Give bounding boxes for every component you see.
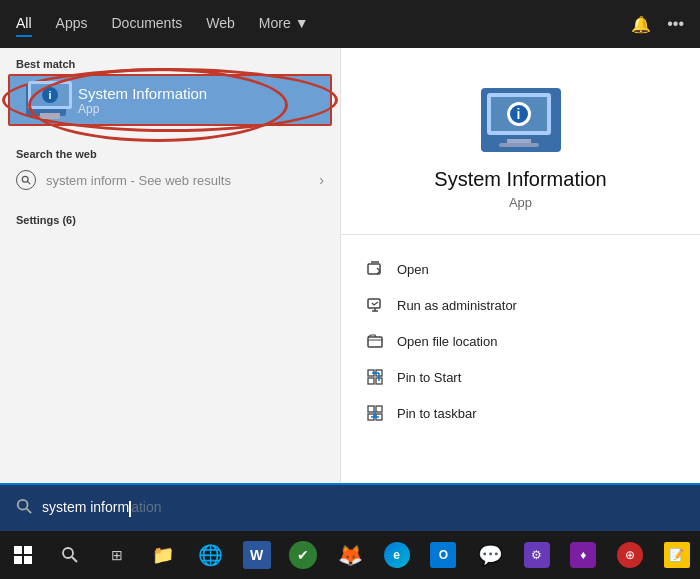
settings-section: Settings (6) [0,204,340,230]
main-content: Best match i System Information App [0,48,700,531]
svg-point-17 [18,500,28,510]
info-icon: i [42,87,58,103]
nav-item-more[interactable]: More ▼ [259,11,309,37]
app4-icon[interactable]: ♦ [560,531,607,579]
app5-icon[interactable]: ⊕ [607,531,654,579]
svg-line-24 [72,557,77,562]
action-list: Open Run as administrator [341,251,700,431]
edge-icon[interactable]: e [373,531,420,579]
file-explorer-button[interactable]: 📁 [140,531,187,579]
start-menu: All Apps Documents Web More ▼ 🔔 ••• Best… [0,0,700,531]
best-match-item[interactable]: i System Information App [8,74,332,126]
open-file-location-icon [365,331,385,351]
sticky-notes-icon[interactable]: 📝 [653,531,700,579]
task-view-button[interactable]: ⊞ [93,531,140,579]
nav-item-web[interactable]: Web [206,11,235,37]
search-button[interactable] [47,531,94,579]
divider [341,234,700,235]
monitor-stand [40,113,60,119]
search-web-label: Search the web [0,138,340,164]
svg-line-1 [28,182,31,185]
right-panel: i System Information App [340,48,700,531]
app2-icon[interactable]: ✔ [280,531,327,579]
feedback-icon[interactable]: 🔔 [631,15,651,34]
best-match-name: System Information [78,85,207,102]
run-as-admin-icon [365,295,385,315]
nav-item-documents[interactable]: Documents [111,11,182,37]
action-pin-to-start[interactable]: Pin to Start [365,359,676,395]
pin-to-taskbar-icon [365,403,385,423]
svg-point-23 [63,548,73,558]
left-panel: Best match i System Information App [0,48,340,531]
action-open-file-location[interactable]: Open file location [365,323,676,359]
svg-rect-12 [376,406,382,412]
svg-rect-4 [368,337,382,347]
action-run-as-admin[interactable]: Run as administrator [365,287,676,323]
web-result-item[interactable]: system inform - See web results › [0,164,340,196]
svg-rect-20 [24,546,32,554]
top-nav: All Apps Documents Web More ▼ 🔔 ••• [0,0,700,48]
svg-rect-21 [14,556,22,564]
app3-icon[interactable]: ⚙ [513,531,560,579]
svg-rect-11 [368,406,374,412]
best-match-type: App [78,102,207,116]
top-nav-actions: 🔔 ••• [631,15,684,34]
search-bottom-text: system information [42,499,161,516]
action-run-as-admin-label: Run as administrator [397,298,517,313]
nav-item-apps[interactable]: Apps [56,11,88,37]
monitor-icon: i [26,81,66,119]
svg-rect-19 [14,546,22,554]
action-open-file-location-label: Open file location [397,334,497,349]
svg-point-0 [22,176,28,182]
svg-rect-22 [24,556,32,564]
best-match-text: System Information App [78,85,207,116]
web-result-text: system inform - See web results [46,173,231,188]
action-pin-to-taskbar[interactable]: Pin to taskbar [365,395,676,431]
action-pin-to-start-label: Pin to Start [397,370,461,385]
outlook-icon[interactable]: O [420,531,467,579]
more-options-icon[interactable]: ••• [667,15,684,33]
nav-item-all[interactable]: All [16,11,32,37]
settings-label: Settings (6) [0,204,340,230]
svg-line-18 [27,509,31,513]
app-detail-name: System Information [434,168,606,191]
firefox-icon[interactable]: 🦊 [327,531,374,579]
search-bottom-icon [16,498,32,518]
svg-rect-7 [368,378,374,384]
start-button[interactable] [0,531,47,579]
pin-to-start-icon [365,367,385,387]
svg-rect-3 [368,299,380,308]
action-open-label: Open [397,262,429,277]
whatsapp-icon[interactable]: 💬 [467,531,514,579]
app-detail-type: App [509,195,532,210]
app-detail-icon: i [481,88,561,152]
web-result-arrow: › [319,172,324,188]
action-pin-to-taskbar-label: Pin to taskbar [397,406,477,421]
word-icon[interactable]: W [233,531,280,579]
chrome-icon[interactable]: 🌐 [187,531,234,579]
taskbar: ⊞ 📁 🌐 W ✔ 🦊 e O 💬 ⚙ ♦ ⊕ 📝 [0,531,700,579]
best-match-label: Best match [0,48,340,74]
monitor-screen: i [28,81,72,109]
app-icon-small: i [26,84,66,116]
open-icon [365,259,385,279]
search-web-section: Search the web system inform - See web r… [0,138,340,196]
search-icon-circle [16,170,36,190]
action-open[interactable]: Open [365,251,676,287]
search-bottom-bar: system information [0,483,700,531]
